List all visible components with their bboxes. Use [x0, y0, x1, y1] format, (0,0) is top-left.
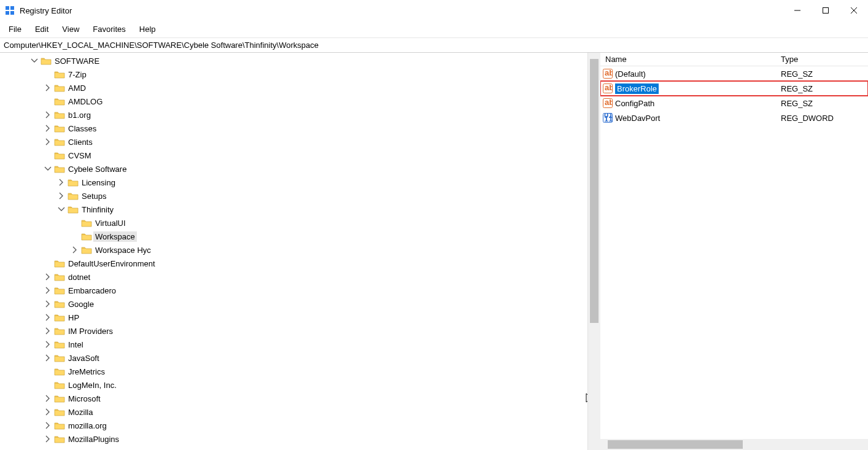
column-header-name[interactable]: Name: [600, 55, 778, 64]
tree-item-label: dotnet: [66, 272, 92, 282]
tree-item[interactable]: IM Providers: [2, 324, 587, 338]
tree-scrollbar[interactable]: [588, 53, 600, 450]
chevron-right-icon[interactable]: [70, 245, 80, 255]
value-row[interactable]: WebDavPortREG_DWORD: [600, 111, 868, 125]
menu-file[interactable]: File: [9, 25, 21, 34]
chevron-none: [70, 218, 80, 228]
chevron-right-icon[interactable]: [43, 312, 53, 322]
value-row[interactable]: ConfigPathREG_SZ: [600, 96, 868, 111]
chevron-right-icon[interactable]: [43, 353, 53, 363]
tree-item[interactable]: LogMeIn, Inc.: [2, 378, 587, 392]
tree-item[interactable]: Setups: [2, 189, 587, 203]
tree-item[interactable]: Cybele Software: [2, 162, 587, 176]
chevron-right-icon[interactable]: [56, 191, 66, 201]
folder-icon: [54, 381, 65, 389]
chevron-right-icon[interactable]: [43, 110, 53, 120]
tree-item[interactable]: Thinfinity: [2, 203, 587, 216]
svg-rect-2: [6, 11, 9, 15]
menu-view[interactable]: View: [62, 25, 79, 34]
tree-scrollbar-thumb[interactable]: [590, 59, 599, 323]
folder-icon: [81, 246, 92, 254]
tree-item-label: JavaSoft: [66, 353, 101, 363]
chevron-right-icon[interactable]: [43, 339, 53, 349]
tree-item[interactable]: Classes: [2, 122, 587, 135]
tree-pane[interactable]: SOFTWARE7-ZipAMDAMDLOGb1.orgClassesClien…: [0, 53, 588, 450]
folder-icon: [54, 327, 65, 335]
chevron-right-icon[interactable]: [43, 299, 53, 309]
tree-item[interactable]: b1.org: [2, 108, 587, 122]
values-pane: Name Type (Default)REG_SZBrokerRoleREG_S…: [600, 53, 868, 450]
tree-item[interactable]: 7-Zip: [2, 68, 587, 81]
close-button[interactable]: [840, 0, 868, 21]
tree-item[interactable]: MozillaPlugins: [2, 432, 587, 446]
chevron-right-icon[interactable]: [43, 272, 53, 282]
tree-item-label: Classes: [66, 123, 98, 134]
svg-rect-0: [6, 6, 9, 10]
tree-item-label: VirtualUI: [93, 218, 128, 228]
chevron-right-icon[interactable]: [43, 285, 53, 295]
tree-item[interactable]: AMD: [2, 81, 587, 95]
tree-item[interactable]: HP: [2, 311, 587, 324]
chevron-right-icon[interactable]: [56, 177, 66, 187]
column-header-type[interactable]: Type: [778, 55, 868, 64]
svg-rect-3: [10, 11, 14, 15]
tree-item[interactable]: dotnet: [2, 270, 587, 284]
chevron-right-icon[interactable]: [43, 421, 53, 430]
tree-item[interactable]: AMDLOG: [2, 95, 587, 108]
reg-sz-icon: [603, 83, 613, 93]
chevron-down-icon[interactable]: [43, 164, 53, 174]
tree-item[interactable]: mozilla.org: [2, 419, 587, 432]
tree-item[interactable]: Workspace Hyc: [2, 243, 587, 257]
tree-item[interactable]: Google: [2, 297, 587, 311]
value-name: WebDavPort: [615, 114, 660, 123]
tree-item[interactable]: CVSM: [2, 149, 587, 162]
maximize-button[interactable]: [812, 0, 840, 21]
chevron-right-icon[interactable]: [43, 137, 53, 147]
chevron-right-icon[interactable]: [43, 434, 53, 444]
values-hscrollbar-thumb[interactable]: [608, 440, 743, 449]
reg-sz-icon: [603, 69, 613, 79]
tree-item[interactable]: JreMetrics: [2, 365, 587, 378]
tree-item[interactable]: Licensing: [2, 176, 587, 189]
menu-edit[interactable]: Edit: [35, 25, 48, 34]
values-list[interactable]: (Default)REG_SZBrokerRoleREG_SZConfigPat…: [600, 66, 868, 439]
reg-sz-icon: [603, 98, 613, 108]
value-row[interactable]: (Default)REG_SZ: [600, 66, 868, 81]
tree-item[interactable]: JavaSoft: [2, 351, 587, 365]
chevron-right-icon[interactable]: [43, 83, 53, 93]
folder-icon: [54, 394, 65, 403]
tree-item[interactable]: VirtualUI: [2, 216, 587, 230]
chevron-down-icon[interactable]: [29, 56, 39, 66]
tree-item-label: Workspace Hyc: [93, 245, 153, 255]
folder-icon: [54, 340, 65, 349]
chevron-right-icon[interactable]: [43, 394, 53, 403]
tree-item-label: Thinfinity: [80, 204, 115, 215]
chevron-none: [70, 231, 80, 241]
values-hscrollbar[interactable]: [600, 439, 868, 450]
tree-item[interactable]: Workspace: [2, 230, 587, 243]
folder-icon: [54, 408, 65, 416]
value-row[interactable]: BrokerRoleREG_SZ: [600, 81, 868, 96]
chevron-down-icon[interactable]: [56, 204, 66, 214]
value-name: BrokerRole: [615, 83, 659, 94]
tree-item[interactable]: DefaultUserEnvironment: [2, 257, 587, 270]
tree-item[interactable]: SOFTWARE: [2, 54, 587, 68]
value-type: REG_SZ: [778, 84, 868, 93]
menu-help[interactable]: Help: [139, 25, 156, 34]
chevron-right-icon[interactable]: [43, 326, 53, 336]
minimize-button[interactable]: [783, 0, 812, 21]
folder-icon: [68, 178, 79, 187]
window-title: Registry Editor: [20, 6, 72, 15]
menu-favorites[interactable]: Favorites: [93, 25, 125, 34]
chevron-right-icon[interactable]: [43, 407, 53, 417]
folder-icon: [54, 300, 65, 308]
workspace: SOFTWARE7-ZipAMDAMDLOGb1.orgClassesClien…: [0, 53, 868, 450]
folder-icon: [54, 435, 65, 443]
tree-item[interactable]: Microsoft: [2, 392, 587, 405]
tree-item[interactable]: Intel: [2, 338, 587, 351]
tree-item[interactable]: Mozilla: [2, 405, 587, 419]
address-bar[interactable]: Computer\HKEY_LOCAL_MACHINE\SOFTWARE\Cyb…: [0, 38, 868, 53]
tree-item[interactable]: Embarcadero: [2, 284, 587, 297]
chevron-right-icon[interactable]: [43, 123, 53, 133]
tree-item[interactable]: Clients: [2, 135, 587, 149]
